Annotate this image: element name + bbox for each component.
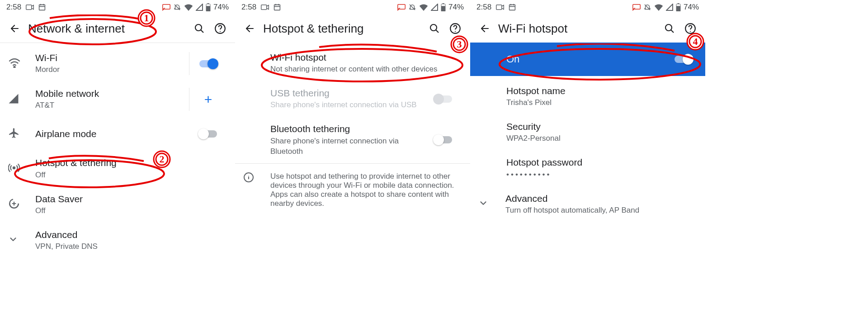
battery-icon bbox=[676, 3, 681, 11]
row-bt-label: Bluetooth tethering bbox=[270, 123, 424, 135]
wifi-toggle[interactable] bbox=[199, 60, 217, 67]
back-button[interactable] bbox=[475, 18, 495, 39]
hotspot-master-toggle-banner[interactable]: On bbox=[470, 43, 705, 76]
row-hotspot-password[interactable]: Hotspot password •••••••••• bbox=[470, 150, 705, 186]
page-title: Wi-Fi hotspot bbox=[495, 22, 659, 36]
search-button[interactable] bbox=[424, 18, 445, 39]
chevron-down-icon bbox=[8, 234, 18, 246]
svg-rect-36 bbox=[678, 3, 679, 4]
row-hotspot-sub: Off bbox=[35, 170, 227, 181]
row-advanced-label: Advanced bbox=[35, 229, 227, 241]
battery-icon bbox=[206, 3, 211, 11]
svg-point-10 bbox=[13, 167, 15, 169]
help-button[interactable] bbox=[680, 18, 701, 39]
videocam-icon bbox=[496, 4, 504, 10]
row-hotspot-advanced[interactable]: Advanced Turn off hotspot automatically,… bbox=[470, 186, 705, 222]
status-time: 2:58 bbox=[6, 3, 21, 12]
svg-rect-19 bbox=[274, 5, 280, 10]
status-time: 2:58 bbox=[476, 3, 491, 12]
wifi-signal-icon bbox=[654, 4, 663, 11]
row-hotspot-name-sub: Trisha's Pixel bbox=[506, 98, 697, 108]
back-button[interactable] bbox=[240, 18, 260, 39]
row-wifi-hotspot-sub: Not sharing internet or content with oth… bbox=[270, 64, 462, 75]
cast-icon bbox=[397, 4, 406, 11]
info-footer: Use hotspot and tethering to provide int… bbox=[235, 164, 470, 216]
wifi-icon bbox=[8, 58, 21, 70]
row-hotspot-name[interactable]: Hotspot name Trisha's Pixel bbox=[470, 79, 705, 114]
row-wifi-hotspot[interactable]: Wi-Fi hotspot Not sharing internet or co… bbox=[235, 45, 470, 81]
row-hotspot-label: Hotspot & tethering bbox=[35, 157, 227, 169]
row-wifi-label: Wi-Fi bbox=[35, 52, 189, 64]
row-hotspot-security[interactable]: Security WPA2-Personal bbox=[470, 114, 705, 150]
screen-hotspot-tethering: 2:58 74% Hotspot & tethering bbox=[235, 0, 470, 333]
status-battery-pct: 74% bbox=[213, 3, 229, 12]
hotspot-icon bbox=[8, 162, 20, 176]
row-airplane-mode[interactable]: Airplane mode bbox=[0, 117, 235, 151]
airplane-icon bbox=[8, 127, 20, 141]
svg-point-6 bbox=[195, 24, 202, 31]
status-bar: 2:58 74% bbox=[470, 0, 705, 14]
cell-signal-icon bbox=[666, 4, 673, 11]
svg-point-9 bbox=[14, 66, 15, 67]
data-saver-icon bbox=[8, 198, 20, 211]
row-wifi-sub: Mordor bbox=[35, 65, 189, 75]
calendar-icon bbox=[509, 4, 516, 11]
battery-icon bbox=[441, 3, 446, 11]
cast-icon bbox=[632, 4, 641, 11]
status-battery-pct: 74% bbox=[684, 3, 699, 12]
row-hotspot-tethering[interactable]: Hotspot & tethering Off bbox=[0, 151, 235, 186]
svg-point-24 bbox=[430, 24, 437, 31]
help-button[interactable] bbox=[210, 18, 231, 39]
add-network-button[interactable]: + bbox=[204, 93, 212, 106]
svg-point-8 bbox=[220, 31, 221, 32]
wifi-signal-icon bbox=[419, 4, 428, 11]
row-airplane-label: Airplane mode bbox=[35, 128, 189, 140]
toolbar: Network & internet bbox=[0, 14, 235, 43]
svg-point-26 bbox=[455, 31, 456, 32]
svg-rect-1 bbox=[39, 5, 45, 10]
row-usb-tethering: USB tethering Share phone's internet con… bbox=[235, 81, 470, 117]
bluetooth-tethering-toggle[interactable] bbox=[434, 136, 452, 143]
row-bt-sub: Share phone's internet connection via Bl… bbox=[270, 136, 424, 157]
row-mobile-sub: AT&T bbox=[35, 100, 189, 111]
row-bluetooth-tethering[interactable]: Bluetooth tethering Share phone's intern… bbox=[235, 117, 470, 163]
svg-rect-23 bbox=[443, 3, 444, 4]
page-title: Network & internet bbox=[25, 22, 189, 36]
videocam-icon bbox=[261, 4, 269, 10]
dnd-icon bbox=[643, 3, 651, 11]
status-battery-pct: 74% bbox=[448, 3, 464, 12]
svg-rect-5 bbox=[208, 3, 209, 4]
calendar-icon bbox=[274, 4, 281, 11]
dnd-icon bbox=[408, 3, 416, 11]
row-mobile-network[interactable]: Mobile network AT&T + bbox=[0, 81, 235, 117]
back-button[interactable] bbox=[5, 18, 25, 39]
status-time: 2:58 bbox=[241, 3, 256, 12]
help-button[interactable] bbox=[445, 18, 466, 39]
search-button[interactable] bbox=[659, 18, 680, 39]
row-datasaver-sub: Off bbox=[35, 206, 227, 216]
svg-rect-35 bbox=[676, 6, 680, 11]
row-datasaver-label: Data Saver bbox=[35, 193, 227, 205]
row-data-saver[interactable]: Data Saver Off bbox=[0, 187, 235, 223]
row-advanced[interactable]: Advanced VPN, Private DNS bbox=[0, 223, 235, 258]
cell-signal-icon bbox=[196, 4, 203, 11]
svg-rect-22 bbox=[441, 6, 445, 11]
hotspot-master-toggle[interactable] bbox=[675, 56, 693, 63]
cell-signal-icon bbox=[8, 93, 19, 106]
row-password-label: Hotspot password bbox=[506, 157, 697, 168]
cell-signal-icon bbox=[431, 4, 438, 11]
toolbar: Wi-Fi hotspot bbox=[470, 14, 705, 43]
screen-network-internet: 2:58 74% Network & internet bbox=[0, 0, 235, 333]
row-hotspot-name-label: Hotspot name bbox=[506, 85, 697, 97]
svg-rect-4 bbox=[206, 6, 210, 11]
search-button[interactable] bbox=[189, 18, 210, 39]
calendar-icon bbox=[38, 4, 46, 11]
row-wifi[interactable]: Wi-Fi Mordor bbox=[0, 46, 235, 81]
screen-wifi-hotspot: 2:58 74% Wi-Fi hotspot bbox=[470, 0, 705, 333]
airplane-toggle[interactable] bbox=[199, 130, 217, 138]
svg-rect-31 bbox=[496, 5, 502, 10]
status-bar: 2:58 74% bbox=[0, 0, 235, 14]
info-icon bbox=[243, 172, 254, 208]
row-advanced-sub: VPN, Private DNS bbox=[35, 242, 227, 252]
row-mobile-label: Mobile network bbox=[35, 88, 189, 100]
